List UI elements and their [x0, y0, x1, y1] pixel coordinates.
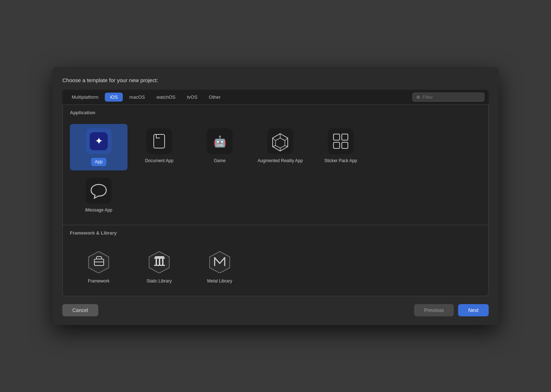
filter-icon: ⊜ [416, 94, 420, 100]
filter-field-wrap: ⊜ [412, 93, 484, 102]
game-icon: 🤖 [209, 130, 231, 152]
dialog-footer: Cancel Previous Next [62, 304, 489, 316]
svg-rect-27 [156, 259, 157, 265]
template-item-document-app[interactable]: Document App [130, 124, 188, 170]
svg-rect-30 [155, 256, 164, 258]
framework-icon-wrap [86, 249, 112, 275]
svg-rect-15 [330, 130, 352, 152]
filter-input[interactable] [422, 94, 480, 100]
sticker-pack-label: Sticker Pack App [324, 158, 357, 164]
svg-marker-31 [210, 251, 230, 273]
imessage-label: iMessage App [85, 207, 112, 213]
framework-label: Framework [88, 278, 109, 284]
svg-rect-25 [154, 265, 165, 266]
new-project-dialog: Choose a template for your new project: … [52, 67, 499, 325]
template-item-sticker-pack[interactable]: Sticker Pack App [312, 124, 369, 170]
sticker-pack-icon-wrap [328, 128, 354, 154]
app-icon-wrap: ✦ [86, 128, 112, 154]
ar-app-label: Augmented Reality App [257, 158, 303, 164]
template-item-app[interactable]: ✦ App [70, 124, 127, 170]
metal-library-icon [208, 250, 232, 273]
template-item-ar-app[interactable]: Augmented Reality App [251, 124, 309, 170]
tab-macos[interactable]: macOS [124, 93, 150, 102]
game-icon-wrap: 🤖 [207, 128, 233, 154]
tabs-bar: Multiplatform iOS macOS watchOS tvOS Oth… [62, 90, 489, 105]
application-items-grid: ✦ App Document App [63, 118, 488, 178]
document-app-label: Document App [145, 158, 174, 164]
dialog-title: Choose a template for your new project: [62, 77, 489, 83]
template-item-metal-library[interactable]: Metal Library [191, 244, 248, 289]
svg-rect-2 [148, 130, 170, 152]
next-button[interactable]: Next [458, 304, 489, 316]
sticker-pack-icon [330, 130, 352, 152]
app-icon: ✦ [90, 132, 108, 150]
tab-multiplatform[interactable]: Multiplatform [67, 93, 103, 102]
tab-watchos[interactable]: watchOS [151, 93, 180, 102]
template-item-framework[interactable]: Framework [70, 244, 127, 289]
section-framework-header: Framework & Library [63, 225, 488, 239]
document-app-icon [148, 130, 170, 152]
svg-text:✦: ✦ [95, 135, 103, 147]
section-application-header: Application [63, 105, 488, 118]
document-app-icon-wrap [146, 128, 172, 154]
svg-rect-26 [154, 258, 165, 259]
game-label: Game [214, 158, 226, 164]
static-library-icon [148, 250, 171, 273]
tab-other[interactable]: Other [204, 93, 226, 102]
metal-library-icon-wrap [207, 249, 233, 275]
template-item-game[interactable]: 🤖 Game [191, 124, 248, 170]
nav-buttons: Previous Next [414, 304, 489, 316]
template-item-static-library[interactable]: Static Library [130, 244, 188, 289]
ar-app-icon-wrap [267, 128, 293, 154]
template-item-imessage[interactable]: iMessage App [70, 173, 127, 218]
imessage-icon [88, 179, 110, 202]
imessage-icon-wrap [86, 178, 112, 204]
static-library-icon-wrap [146, 249, 172, 275]
content-area: Application ✦ App [62, 105, 489, 296]
svg-text:🤖: 🤖 [213, 135, 227, 148]
previous-button[interactable]: Previous [414, 304, 454, 316]
app-label: App [91, 158, 106, 166]
ar-app-icon [269, 130, 291, 152]
tab-tvos[interactable]: tvOS [182, 93, 202, 102]
svg-rect-29 [162, 259, 163, 265]
svg-rect-28 [159, 259, 160, 265]
metal-library-label: Metal Library [207, 278, 232, 284]
static-library-label: Static Library [147, 278, 172, 284]
cancel-button[interactable]: Cancel [62, 304, 98, 316]
tab-ios[interactable]: iOS [105, 93, 123, 102]
framework-items-grid: Framework Static Library [63, 239, 488, 296]
application-items-grid-2: iMessage App [63, 173, 488, 225]
framework-icon [87, 250, 111, 273]
